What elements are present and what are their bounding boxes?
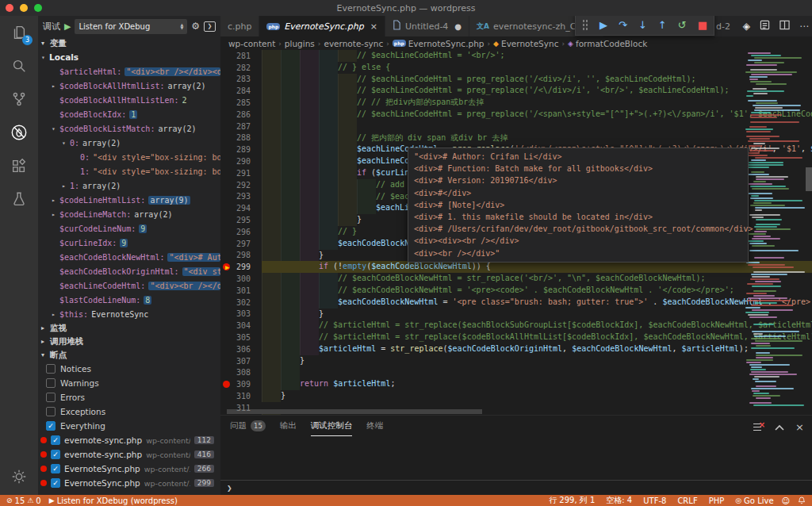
- code-line[interactable]: 309return $articleHtml;: [220, 378, 812, 390]
- line-number[interactable]: 286: [232, 110, 251, 119]
- variable-row[interactable]: $eachLineCodeHtml:"<div><br /></div>…: [38, 278, 220, 293]
- variable-row[interactable]: $articleHtml:"<div><br /></div><div>…: [38, 64, 220, 79]
- breakpoint-row[interactable]: ✓EvernoteSync.phpwp-content/…299: [38, 476, 220, 490]
- line-number[interactable]: 309: [232, 380, 251, 389]
- restart-button[interactable]: ↺: [678, 20, 687, 30]
- variable-row[interactable]: $eachCodeBlockOriginHtml:"<div style…: [38, 264, 220, 278]
- manage-gear-icon[interactable]: [9, 466, 29, 487]
- status-item[interactable]: 空格: 4: [606, 495, 632, 506]
- code-line[interactable]: 308: [220, 367, 812, 379]
- line-number[interactable]: 292: [232, 181, 251, 190]
- line-number[interactable]: 296: [232, 228, 251, 236]
- search-icon[interactable]: [9, 56, 29, 76]
- explorer-icon[interactable]: 3: [9, 22, 29, 43]
- minimap[interactable]: [744, 50, 806, 408]
- status-item[interactable]: 行 299, 列 1: [549, 495, 595, 506]
- line-number[interactable]: 310: [232, 392, 251, 401]
- code-line[interactable]: 302$eachCodeBlockNewHtml = '<pre class="…: [220, 297, 812, 309]
- start-debugging-icon[interactable]: ▶: [64, 21, 71, 32]
- line-number[interactable]: 294: [232, 204, 251, 213]
- open-preview-icon[interactable]: [760, 20, 770, 33]
- variable-row[interactable]: $eachCodeBlockNewHtml:"<div># Author…: [38, 250, 220, 264]
- debug-configuration-select[interactable]: Listen for XDebug ▲▼: [75, 19, 187, 34]
- line-number[interactable]: 308: [232, 368, 251, 377]
- variable-row[interactable]: $lastCodeLineNum:8: [38, 293, 220, 307]
- line-number[interactable]: 289: [232, 145, 251, 154]
- step-over-button[interactable]: ↷: [619, 20, 627, 30]
- line-number[interactable]: 306: [232, 345, 251, 354]
- line-number[interactable]: 281: [232, 52, 251, 60]
- code-line[interactable]: 283// $eachLineCodeHtml = preg_replace('…: [220, 74, 812, 86]
- breakpoint-gutter[interactable]: [220, 378, 232, 390]
- vertical-scrollbar[interactable]: [806, 167, 812, 191]
- variable-row[interactable]: ▸1:array(2): [38, 178, 220, 193]
- breakpoint-row[interactable]: ✓evernote-sync.phpwp-content/…416: [38, 447, 220, 462]
- checkbox[interactable]: [46, 378, 56, 388]
- code-line[interactable]: 287: [220, 121, 812, 132]
- line-number[interactable]: 304: [232, 321, 251, 330]
- notifications-bell-icon[interactable]: [798, 496, 806, 504]
- code-line[interactable]: 304// $articleHtml = str_replace($eachBl…: [220, 320, 812, 332]
- breadcrumb-item[interactable]: ◆EvernoteSync: [493, 39, 558, 48]
- split-editor-icon[interactable]: [779, 20, 790, 33]
- variable-row[interactable]: $codeBlockIdx:1: [38, 107, 220, 121]
- checkbox[interactable]: ✓: [51, 450, 60, 459]
- feedback-smiley-icon[interactable]: ☺: [782, 496, 790, 504]
- status-item[interactable]: UTF-8: [643, 496, 666, 505]
- code-line[interactable]: ▶299if (!empty($eachCodeBlockNewHtml)) {: [220, 261, 812, 273]
- code-line[interactable]: 281// $eachLineCodeHtml = '<br/>';: [220, 50, 812, 62]
- breadcrumb-item[interactable]: plugins: [285, 39, 315, 48]
- checkbox[interactable]: ✓: [51, 464, 60, 473]
- code-line[interactable]: 286// $eachLineCodeHtml = preg_replace('…: [220, 109, 812, 121]
- breakpoint-row[interactable]: ✓EvernoteSync.phpwp-content/…266: [38, 462, 220, 476]
- test-explorer-icon[interactable]: [9, 189, 29, 209]
- watch-section-header[interactable]: ▸ 监视: [38, 321, 220, 335]
- line-number[interactable]: 301: [232, 286, 251, 295]
- line-number[interactable]: 293: [232, 192, 251, 201]
- breadcrumb-item[interactable]: wp-content: [228, 39, 275, 48]
- line-number[interactable]: 303: [232, 309, 251, 318]
- debug-status[interactable]: ▶ Listen for XDebug (wordpress): [49, 496, 178, 505]
- code-line[interactable]: 301// $eachCodeBlockNewHtml = '<pre><cod…: [220, 285, 812, 297]
- variable-row[interactable]: ▾$codeBlockListMatch:array(2): [38, 121, 220, 136]
- breakpoint-gutter[interactable]: ▶: [220, 261, 232, 273]
- code-line[interactable]: 284// $eachLineCodeHtml = preg_replace('…: [220, 85, 812, 97]
- code-line[interactable]: 307}: [220, 355, 812, 367]
- checkbox[interactable]: ✓: [51, 435, 60, 445]
- variables-section-header[interactable]: ▾ 变量: [38, 36, 220, 50]
- breakpoint-filter-row[interactable]: Exceptions: [38, 404, 220, 419]
- drag-handle-icon[interactable]: [582, 19, 588, 30]
- checkbox[interactable]: [46, 364, 56, 374]
- panel-tab-item[interactable]: 问题15: [230, 416, 266, 436]
- checkbox[interactable]: ✓: [51, 478, 60, 488]
- breakpoint-row[interactable]: ✓evernote-sync.phpwp-content/…112: [38, 433, 220, 447]
- close-panel-icon[interactable]: ×: [795, 421, 804, 433]
- code-line[interactable]: 282// } else {: [220, 62, 812, 74]
- line-number[interactable]: 291: [232, 169, 251, 178]
- step-into-button[interactable]: ↓: [638, 20, 647, 30]
- clear-console-icon[interactable]: ×: [753, 423, 764, 432]
- line-number[interactable]: 283: [232, 75, 251, 83]
- breakpoint-filter-row[interactable]: Notices: [38, 362, 220, 376]
- panel-tab-active[interactable]: 调试控制台: [311, 416, 353, 436]
- debug-console-toggle-icon[interactable]: ❯: [204, 21, 216, 32]
- source-control-icon[interactable]: [9, 89, 29, 109]
- code-line[interactable]: 288// 把内部的 div span 或div br 去掉: [220, 132, 812, 144]
- variable-row[interactable]: $codeBlockAllHtmlListLen:2: [38, 93, 220, 107]
- variable-row[interactable]: ▾0:array(2): [38, 136, 220, 150]
- tab-partial-label[interactable]: d-2: [716, 16, 730, 36]
- line-number[interactable]: 307: [232, 357, 251, 366]
- tab-evernotesync-php[interactable]: php EvernoteSync.php ×: [259, 16, 385, 36]
- maximize-panel-icon[interactable]: [775, 420, 784, 435]
- code-line[interactable]: 305// $articleHtml = str_replace($codeBl…: [220, 332, 812, 343]
- checkbox[interactable]: [46, 407, 56, 416]
- modified-dot-icon[interactable]: ●: [454, 22, 462, 31]
- variable-row[interactable]: ▸$codeBlockAllHtmlList:array(2): [38, 79, 220, 93]
- status-item[interactable]: PHP: [709, 496, 725, 505]
- variable-row[interactable]: ▸$codeLineMatch:array(2): [38, 207, 220, 221]
- breadcrumb-item[interactable]: ◈formatCodeBlock: [568, 39, 647, 48]
- status-item[interactable]: CRLF: [677, 496, 697, 505]
- line-number[interactable]: 288: [232, 133, 251, 142]
- line-number[interactable]: 298: [232, 251, 251, 259]
- line-number[interactable]: 297: [232, 240, 251, 248]
